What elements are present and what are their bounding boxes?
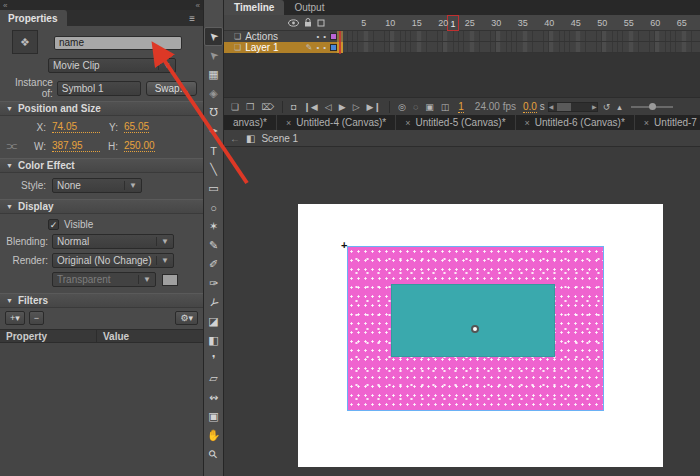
outline-icon[interactable] <box>317 19 325 27</box>
back-arrow-icon[interactable]: ← <box>230 133 240 144</box>
value-column-header[interactable]: Value <box>96 330 129 342</box>
inner-teal-rectangle[interactable] <box>391 284 555 357</box>
collapse-panel-icon[interactable]: « <box>196 1 200 10</box>
document-tab[interactable]: ×Untitled-4 (Canvas)* <box>277 115 396 130</box>
loop-icon[interactable]: ↺ <box>601 102 613 112</box>
go-first-frame-icon[interactable]: ❙◀ <box>301 102 319 112</box>
close-tab-icon[interactable]: × <box>525 118 530 128</box>
layer-outline-color-swatch[interactable] <box>330 44 337 51</box>
background-color-swatch[interactable] <box>162 274 178 286</box>
panel-menu-icon[interactable]: ≡ <box>189 13 195 24</box>
instance-name-input[interactable]: name <box>54 36 182 50</box>
symbol-type-dropdown[interactable]: Movie Clip ▼ <box>48 58 176 73</box>
ink-bottle-tool-icon[interactable]: ◧ <box>204 331 223 350</box>
close-tab-icon[interactable]: × <box>286 118 291 128</box>
go-last-frame-icon[interactable]: ▶❙ <box>365 102 383 112</box>
section-position-size[interactable]: ▼ Position and Size <box>0 101 203 116</box>
document-tab[interactable]: ×Untitled-6 (Canvas)* <box>516 115 635 130</box>
lasso-tool-icon[interactable]: ℧ <box>204 103 223 122</box>
modify-markers-icon[interactable]: ◫ <box>439 102 452 112</box>
playhead[interactable] <box>339 31 341 54</box>
link-wh-icon[interactable]: ⊃⊂ <box>6 142 20 151</box>
render-dropdown[interactable]: Original (No Change) ▼ <box>52 253 174 268</box>
remove-filter-button[interactable]: − <box>29 311 44 325</box>
filters-table-body[interactable] <box>0 343 203 476</box>
new-folder-icon[interactable]: ❒ <box>244 102 256 112</box>
document-tab[interactable]: anvas)* <box>224 115 277 130</box>
section-color-effect[interactable]: ▼ Color Effect <box>0 158 203 173</box>
close-tab-icon[interactable]: × <box>405 118 410 128</box>
frame-rate-indicator[interactable]: 24.00 fps <box>475 101 516 112</box>
layer-lock-dot[interactable]: • <box>323 32 326 41</box>
selection-tool-icon[interactable]: ➤ <box>204 27 223 46</box>
play-icon[interactable]: ▶ <box>337 102 348 112</box>
add-filter-button[interactable]: +▾ <box>5 311 25 325</box>
layer-name[interactable]: Actions <box>245 31 278 42</box>
layer-row[interactable]: ❏Layer 1✎•• <box>224 42 700 53</box>
tab-output[interactable]: Output <box>284 0 334 15</box>
property-column-header[interactable]: Property <box>0 330 96 342</box>
edit-multiple-frames-icon[interactable]: ▣ <box>423 102 436 112</box>
scene-breadcrumb[interactable]: Scene 1 <box>261 133 298 144</box>
timeline-scrollbar[interactable]: ◀▶ <box>548 102 598 112</box>
layer-visible-dot[interactable]: • <box>316 32 319 41</box>
filter-options-gear-icon[interactable]: ⚙▾ <box>175 311 198 325</box>
layer-frames-track[interactable] <box>337 42 700 53</box>
new-layer-icon[interactable]: ❏ <box>229 102 241 112</box>
gradient-transform-tool-icon[interactable]: ◈ <box>204 84 223 103</box>
y-value[interactable]: 65.05 <box>124 121 149 133</box>
section-filters[interactable]: ▼ Filters <box>0 293 203 308</box>
timeline-zoom-slider[interactable] <box>631 106 673 108</box>
tab-properties[interactable]: Properties <box>0 10 67 26</box>
layer-frames-track[interactable] <box>337 31 700 42</box>
pencil-tool-icon[interactable]: ✎ <box>204 236 223 255</box>
rectangle-tool-icon[interactable]: ▭ <box>204 179 223 198</box>
free-transform-tool-icon[interactable]: ▦ <box>204 65 223 84</box>
collapse-panel-icon[interactable]: « <box>3 1 7 10</box>
document-tab[interactable]: ×Untitled-5 (Canvas)* <box>396 115 515 130</box>
resize-view-icon[interactable]: ▴ <box>615 102 624 112</box>
polystar-tool-icon[interactable]: ✶ <box>204 217 223 236</box>
pasteboard[interactable]: + <box>224 147 700 476</box>
text-tool-icon[interactable]: T <box>204 141 223 160</box>
style-dropdown[interactable]: None ▼ <box>52 178 142 193</box>
center-frame-icon[interactable]: ◘ <box>289 102 298 112</box>
h-value[interactable]: 250.00 <box>124 140 155 152</box>
brush-tool-icon[interactable]: ✐ <box>204 255 223 274</box>
layer-lock-dot[interactable]: • <box>323 43 326 52</box>
layer-visible-dot[interactable]: • <box>316 43 319 52</box>
blending-dropdown[interactable]: Normal ▼ <box>52 234 174 249</box>
current-frame-marker[interactable]: 1 <box>447 15 459 31</box>
swap-button[interactable]: Swap... <box>146 81 197 96</box>
step-forward-icon[interactable]: ▷ <box>351 102 362 112</box>
w-value[interactable]: 387.95 <box>52 140 100 152</box>
eraser-tool-icon[interactable]: ▱ <box>204 369 223 388</box>
transformation-point[interactable] <box>471 325 479 333</box>
oval-tool-icon[interactable]: ○ <box>204 198 223 217</box>
onion-skin-icon[interactable]: ◎ <box>396 102 408 112</box>
x-value[interactable]: 74.05 <box>52 121 100 133</box>
camera-tool-icon[interactable]: ▣ <box>204 407 223 426</box>
layer-outline-color-swatch[interactable] <box>330 33 337 40</box>
instance-of-field[interactable]: Symbol 1 <box>57 81 141 96</box>
paint-brush-tool-icon[interactable]: ✑ <box>204 274 223 293</box>
tab-timeline[interactable]: Timeline <box>224 0 284 15</box>
pen-tool-icon[interactable]: ✒ <box>204 122 223 141</box>
current-frame-indicator[interactable]: 1 <box>458 101 464 113</box>
layer-name[interactable]: Layer 1 <box>245 42 278 53</box>
document-tab[interactable]: ×Untitled-7 (Canvas)* <box>635 115 700 130</box>
layer-row[interactable]: ❏Actions•• <box>224 31 700 42</box>
subselection-tool-icon[interactable]: ➤ <box>204 46 223 65</box>
step-back-icon[interactable]: ◁ <box>323 102 334 112</box>
paint-bucket-tool-icon[interactable]: ◪ <box>204 312 223 331</box>
bone-tool-icon[interactable]: Y <box>204 293 223 312</box>
section-display[interactable]: ▼ Display <box>0 199 203 214</box>
close-tab-icon[interactable]: × <box>644 118 649 128</box>
lock-icon[interactable] <box>304 18 312 27</box>
delete-layer-icon[interactable]: ⌦ <box>259 102 276 112</box>
zoom-tool-icon[interactable]: ⚲ <box>204 445 223 464</box>
onion-outlines-icon[interactable]: ◌ <box>411 102 420 112</box>
eyedropper-tool-icon[interactable]: ❜ <box>204 350 223 369</box>
visible-checkbox[interactable]: ✓ <box>48 219 59 230</box>
hand-tool-icon[interactable]: ✋ <box>204 426 223 445</box>
